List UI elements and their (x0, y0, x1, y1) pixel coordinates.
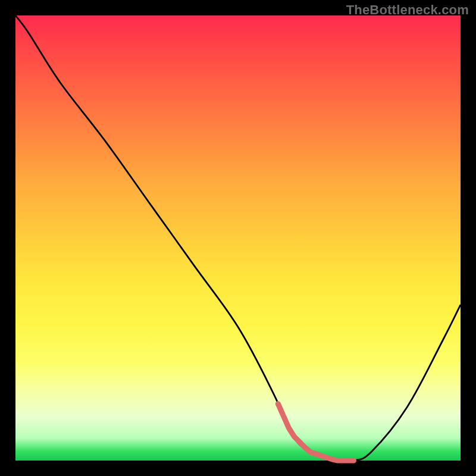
chart-stage: TheBottleneck.com (0, 0, 476, 476)
curve-layer (15, 15, 461, 461)
bottleneck-curve (15, 15, 461, 462)
plot-area (15, 15, 461, 461)
marker-segment (278, 404, 353, 461)
